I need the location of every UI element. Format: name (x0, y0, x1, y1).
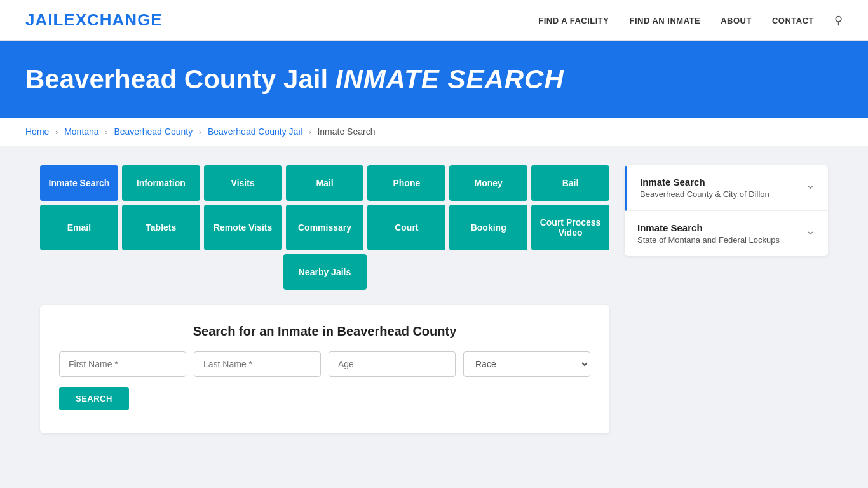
breadcrumb-sep-2: › (105, 128, 108, 137)
nav-about[interactable]: ABOUT (721, 16, 752, 25)
sidebar-item-sub-2: State of Montana and Federal Lockups (637, 235, 799, 245)
search-form-title: Search for an Inmate in Beaverhead Count… (59, 324, 590, 339)
breadcrumb-sep-1: › (55, 128, 58, 137)
nav-find-inmate[interactable]: FIND AN INMATE (629, 16, 700, 25)
tab-information[interactable]: Information (122, 165, 200, 201)
tab-mail[interactable]: Mail (286, 165, 364, 201)
content-area: Inmate Search Information Visits Mail Ph… (40, 165, 609, 433)
nav-contact[interactable]: CONTACT (772, 16, 814, 25)
tab-nearby-jails[interactable]: Nearby Jails (283, 254, 367, 290)
search-button[interactable]: SEARCH (59, 387, 129, 410)
breadcrumb-current: Inmate Search (317, 126, 375, 137)
tab-phone[interactable]: Phone (367, 165, 445, 201)
tab-court-process-video[interactable]: Court Process Video (531, 205, 609, 250)
chevron-down-icon-2: ⌄ (806, 222, 815, 238)
tab-commissary[interactable]: Commissary (286, 205, 364, 250)
breadcrumb-sep-3: › (199, 128, 201, 137)
sidebar-item-title-2: Inmate Search (637, 222, 799, 233)
tabs-row3: Nearby Jails (40, 254, 609, 290)
nav-find-facility[interactable]: FIND A FACILITY (538, 16, 609, 25)
tab-court[interactable]: Court (367, 205, 445, 250)
main-container: Inmate Search Information Visits Mail Ph… (21, 165, 847, 433)
breadcrumb-sep-4: › (309, 128, 311, 137)
breadcrumb: Home › Montana › Beaverhead County › Bea… (0, 118, 868, 146)
hero-section: Beaverhead County Jail Inmate Search (0, 41, 868, 118)
last-name-input[interactable] (194, 351, 321, 377)
tab-tablets[interactable]: Tablets (122, 205, 200, 250)
form-fields: Race White Black Hispanic Asian Other (59, 351, 590, 377)
breadcrumb-home[interactable]: Home (25, 126, 49, 137)
logo[interactable]: JAILEXCHANGE (25, 10, 163, 30)
sidebar-item-title-1: Inmate Search (640, 177, 799, 187)
sidebar-inmate-search-county[interactable]: Inmate Search Beaverhead County & City o… (625, 165, 828, 211)
logo-exchange: EXCHANGE (64, 10, 162, 29)
breadcrumb-beaverhead-county-jail[interactable]: Beaverhead County Jail (208, 126, 302, 137)
navbar: JAILEXCHANGE FIND A FACILITY FIND AN INM… (0, 0, 868, 41)
logo-jail: JAIL (25, 10, 64, 29)
breadcrumb-montana[interactable]: Montana (64, 126, 98, 137)
search-icon[interactable]: ⚲ (834, 14, 843, 27)
age-input[interactable] (329, 351, 456, 377)
sidebar: Inmate Search Beaverhead County & City o… (625, 165, 828, 433)
nav-links: FIND A FACILITY FIND AN INMATE ABOUT CON… (538, 13, 843, 27)
breadcrumb-beaverhead-county[interactable]: Beaverhead County (114, 126, 193, 137)
tab-email[interactable]: Email (40, 205, 118, 250)
tab-booking[interactable]: Booking (449, 205, 527, 250)
first-name-input[interactable] (59, 351, 186, 377)
chevron-down-icon-1: ⌄ (806, 177, 815, 192)
page-title: Beaverhead County Jail Inmate Search (25, 64, 843, 95)
race-select[interactable]: Race White Black Hispanic Asian Other (463, 351, 590, 377)
sidebar-card: Inmate Search Beaverhead County & City o… (625, 165, 828, 256)
tab-bail[interactable]: Bail (531, 165, 609, 201)
sidebar-item-sub-1: Beaverhead County & City of Dillon (640, 189, 799, 199)
tab-visits[interactable]: Visits (204, 165, 282, 201)
tabs-row1: Inmate Search Information Visits Mail Ph… (40, 165, 609, 201)
tab-inmate-search[interactable]: Inmate Search (40, 165, 118, 201)
tab-remote-visits[interactable]: Remote Visits (204, 205, 282, 250)
search-form-card: Search for an Inmate in Beaverhead Count… (40, 305, 609, 433)
tab-money[interactable]: Money (449, 165, 527, 201)
sidebar-inmate-search-state[interactable]: Inmate Search State of Montana and Feder… (625, 211, 828, 256)
tabs-row2: Email Tablets Remote Visits Commissary C… (40, 205, 609, 250)
